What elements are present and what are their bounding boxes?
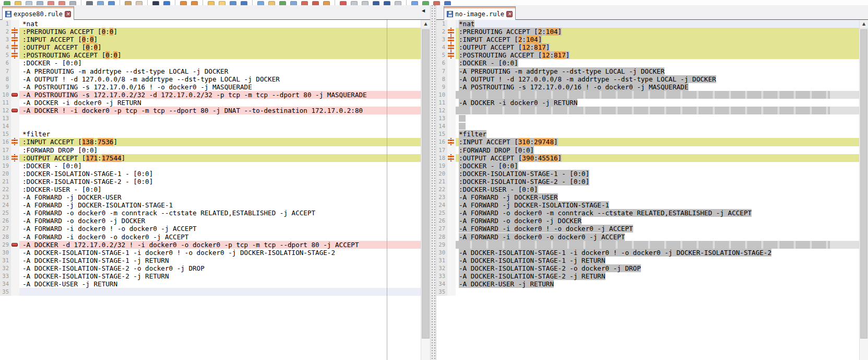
code-line[interactable]: 2:PREROUTING ACCEPT [2:104] bbox=[436, 28, 859, 36]
tool-right-icon[interactable] bbox=[191, 1, 198, 5]
code-line[interactable]: 31-A DOCKER-ISOLATION-STAGE-1 -j RETURN bbox=[0, 257, 421, 264]
redo-icon[interactable] bbox=[136, 1, 142, 5]
code-line[interactable]: 25-A FORWARD -o docker0 -m conntrack --c… bbox=[0, 209, 421, 217]
code-line[interactable]: 12 bbox=[436, 107, 859, 114]
copy-pane-icon[interactable] bbox=[290, 1, 297, 5]
code-line[interactable]: 27-A FORWARD -i docker0 ! -o docker0 -j … bbox=[0, 225, 421, 233]
code-line[interactable]: 34-A DOCKER-USER -j RETURN bbox=[436, 280, 859, 288]
left-scrollbar[interactable] bbox=[421, 20, 430, 360]
bookmark-icon[interactable] bbox=[208, 1, 215, 5]
compare-lines-icon[interactable] bbox=[257, 1, 264, 5]
code-line[interactable]: 20:DOCKER-ISOLATION-STAGE-1 - [0:0] bbox=[0, 170, 421, 178]
code-line[interactable]: 22:DOCKER-USER - [0:0] bbox=[0, 185, 421, 193]
code-line[interactable]: 2:PREROUTING ACCEPT [0:0] bbox=[0, 28, 421, 36]
code-line[interactable]: 26-A FORWARD -o docker0 -j DOCKER bbox=[0, 217, 421, 225]
chat-icon[interactable] bbox=[411, 1, 418, 5]
code-line[interactable]: 30-A DOCKER-ISOLATION-STAGE-1 -i docker0… bbox=[0, 249, 421, 257]
nav-alt-icon[interactable] bbox=[384, 1, 390, 5]
code-line[interactable]: 16:INPUT ACCEPT [310:29748] bbox=[436, 138, 859, 146]
code-line[interactable]: 5:POSTROUTING ACCEPT [12:817] bbox=[436, 51, 859, 59]
sync-icon[interactable] bbox=[323, 1, 330, 5]
code-line[interactable]: 13 bbox=[436, 114, 859, 122]
code-line[interactable]: 19:DOCKER - [0:0] bbox=[436, 162, 859, 170]
close-all-icon[interactable] bbox=[58, 1, 65, 5]
code-line[interactable]: 11-A DOCKER -i docker0 -j RETURN bbox=[436, 99, 859, 107]
close-tab-icon[interactable] bbox=[506, 11, 513, 17]
code-line[interactable]: 7-A PREROUTING -m addrtype --dst-type LO… bbox=[436, 67, 859, 75]
code-line[interactable]: 1*nat bbox=[436, 20, 859, 28]
code-line[interactable]: 29-A DOCKER -d 172.17.0.2/32 ! -i docker… bbox=[0, 241, 421, 249]
code-line[interactable]: 8-A OUTPUT ! -d 127.0.0.0/8 -m addrtype … bbox=[0, 75, 421, 83]
copy-right-icon[interactable] bbox=[108, 1, 115, 5]
code-line[interactable]: 35 bbox=[0, 288, 421, 296]
bookmark-active-icon[interactable] bbox=[219, 1, 225, 5]
code-line[interactable]: 28-A FORWARD -i docker0 -o docker0 -j AC… bbox=[0, 233, 421, 241]
code-line[interactable]: 11-A DOCKER -i docker0 -j RETURN bbox=[0, 99, 421, 107]
code-line[interactable]: 21:DOCKER-ISOLATION-STAGE-2 - [0:0] bbox=[0, 178, 421, 185]
close-tab-icon[interactable] bbox=[65, 11, 71, 17]
code-line[interactable]: 14 bbox=[436, 122, 859, 130]
code-line[interactable]: 9-A POSTROUTING -s 172.17.0.0/16 ! -o do… bbox=[436, 83, 859, 91]
code-line[interactable]: 29 bbox=[436, 241, 859, 249]
print-icon[interactable] bbox=[69, 1, 76, 5]
save-icon[interactable] bbox=[26, 1, 32, 5]
code-line[interactable]: 35 bbox=[436, 288, 859, 296]
step-icon[interactable] bbox=[351, 1, 358, 5]
code-line[interactable]: 23-A FORWARD -j DOCKER-USER bbox=[0, 193, 421, 201]
code-line[interactable]: 8-A OUTPUT ! -d 127.0.0.0/8 -m addrtype … bbox=[436, 75, 859, 83]
scrollbar-thumb[interactable] bbox=[422, 29, 430, 339]
code-line[interactable]: 21:DOCKER-ISOLATION-STAGE-2 - [0:0] bbox=[436, 178, 859, 185]
code-line[interactable]: 20:DOCKER-ISOLATION-STAGE-1 - [0:0] bbox=[436, 170, 859, 178]
code-line[interactable]: 4:OUTPUT ACCEPT [0:0] bbox=[0, 43, 421, 51]
code-line[interactable]: 12-A DOCKER ! -i docker0 -p tcp -m tcp -… bbox=[0, 107, 421, 114]
pane-splitter[interactable] bbox=[430, 5, 436, 360]
code-line[interactable]: 30-A DOCKER-ISOLATION-STAGE-1 -i docker0… bbox=[436, 249, 859, 257]
code-line[interactable]: 18:OUTPUT ACCEPT [171:17544] bbox=[0, 154, 421, 162]
code-line[interactable]: 23-A FORWARD -j DOCKER-USER bbox=[436, 193, 859, 201]
pause-icon[interactable] bbox=[241, 1, 247, 5]
table-red-icon[interactable] bbox=[433, 1, 440, 5]
find-icon[interactable] bbox=[86, 1, 93, 5]
tool-left-icon[interactable] bbox=[180, 1, 187, 5]
code-line[interactable]: 9-A POSTROUTING -s 172.17.0.0/16 ! -o do… bbox=[0, 83, 421, 91]
table-green-icon[interactable] bbox=[422, 1, 429, 5]
tab-no-image-rule[interactable]: no-image.rule bbox=[444, 6, 516, 20]
code-line[interactable]: 18:OUTPUT ACCEPT [390:45516] bbox=[436, 154, 859, 162]
scrollbar-thumb[interactable] bbox=[860, 29, 867, 339]
code-line[interactable]: 17:FORWARD DROP [0:0] bbox=[436, 146, 859, 154]
code-line[interactable]: 26-A FORWARD -o docker0 -j DOCKER bbox=[436, 217, 859, 225]
code-line[interactable]: 15*filter bbox=[0, 130, 421, 138]
code-line[interactable]: 5:POSTROUTING ACCEPT [0:0] bbox=[0, 51, 421, 59]
code-line[interactable]: 32-A DOCKER-ISOLATION-STAGE-2 -o docker0… bbox=[0, 264, 421, 272]
undo-icon[interactable] bbox=[125, 1, 132, 5]
code-line[interactable]: 24-A FORWARD -j DOCKER-ISOLATION-STAGE-1 bbox=[0, 201, 421, 209]
new-file-icon[interactable] bbox=[4, 1, 10, 5]
code-line[interactable]: 19:DOCKER - [0:0] bbox=[0, 162, 421, 170]
step-over-icon[interactable] bbox=[362, 1, 368, 5]
right-editor[interactable]: 1*nat2:PREROUTING ACCEPT [2:104]3:INPUT … bbox=[436, 20, 868, 360]
box-red-icon[interactable] bbox=[312, 1, 319, 5]
copy-left-icon[interactable] bbox=[97, 1, 104, 5]
tab-expose80-rule[interactable]: expose80.rule bbox=[2, 6, 74, 20]
code-line[interactable]: 1*nat bbox=[0, 20, 421, 28]
code-line[interactable]: 3:INPUT ACCEPT [2:104] bbox=[436, 36, 859, 43]
tab-scroll-left-icon[interactable] bbox=[422, 8, 426, 13]
browser-icon[interactable] bbox=[163, 1, 170, 5]
code-line[interactable]: 10 bbox=[436, 91, 859, 99]
code-line[interactable]: 13 bbox=[0, 114, 421, 122]
misc-icon[interactable] bbox=[395, 1, 401, 5]
scroll-up-arrow-icon[interactable] bbox=[860, 20, 868, 29]
close-file-icon[interactable] bbox=[47, 1, 54, 5]
save-as-icon[interactable] bbox=[37, 1, 43, 5]
left-editor[interactable]: 1*nat2:PREROUTING ACCEPT [0:0]3:INPUT AC… bbox=[0, 20, 430, 360]
code-line[interactable]: 15*filter bbox=[436, 130, 859, 138]
code-line[interactable]: 16:INPUT ACCEPT [138:7536] bbox=[0, 138, 421, 146]
code-line[interactable]: 6:DOCKER - [0:0] bbox=[436, 59, 859, 67]
record-icon[interactable] bbox=[340, 1, 347, 5]
grid-icon[interactable] bbox=[279, 1, 286, 5]
code-line[interactable]: 34-A DOCKER-USER -j RETURN bbox=[0, 280, 421, 288]
code-line[interactable]: 7-A PREROUTING -m addrtype --dst-type LO… bbox=[0, 67, 421, 75]
code-line[interactable]: 6:DOCKER - [0:0] bbox=[0, 59, 421, 67]
code-line[interactable]: 27-A FORWARD -i docker0 ! -o docker0 -j … bbox=[436, 225, 859, 233]
scroll-up-arrow-icon[interactable] bbox=[421, 20, 430, 29]
